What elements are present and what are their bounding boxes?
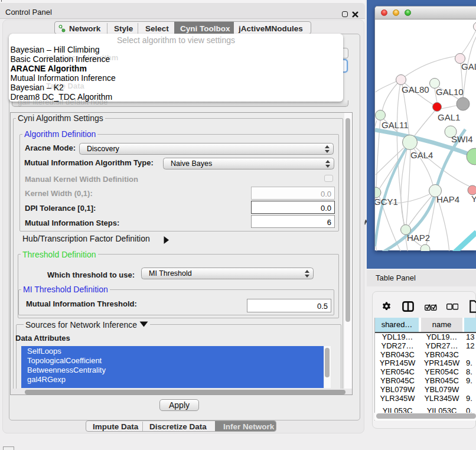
svg-text:HAP2: HAP2 [407,233,430,243]
svg-text:Y: Y [471,194,476,204]
svg-text:GAL80: GAL80 [402,84,429,94]
svg-text:SWI4: SWI4 [451,134,473,144]
svg-text:GAL11: GAL11 [382,120,409,130]
svg-text:GAL1: GAL1 [438,112,460,122]
svg-text:HAP4: HAP4 [436,194,459,204]
svg-text:GAL: GAL [461,61,476,71]
svg-text:GAL10: GAL10 [436,87,464,97]
svg-text:GCY1: GCY1 [375,197,398,207]
svg-text:GAL4: GAL4 [410,150,433,160]
